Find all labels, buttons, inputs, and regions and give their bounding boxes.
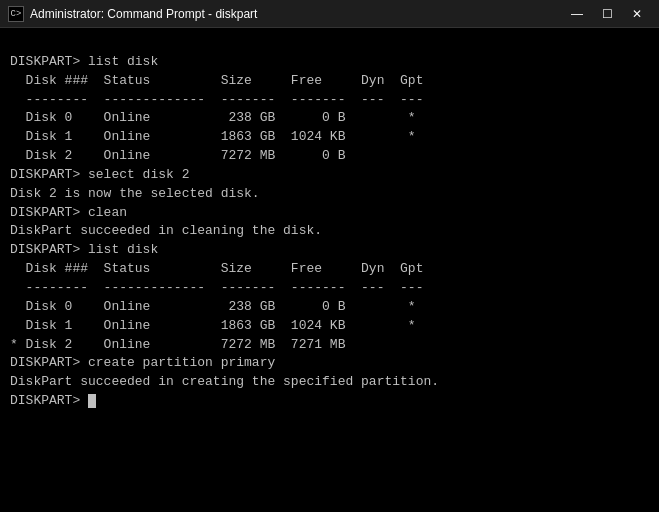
cursor (88, 394, 96, 408)
console-line: Disk 2 is now the selected disk. (10, 185, 649, 204)
console-line: DISKPART> list disk (10, 241, 649, 260)
console-line: -------- ------------- ------- ------- -… (10, 91, 649, 110)
console-area[interactable]: DISKPART> list disk Disk ### Status Size… (0, 28, 659, 512)
maximize-button[interactable]: ☐ (593, 3, 621, 25)
console-line: Disk 0 Online 238 GB 0 B * (10, 109, 649, 128)
console-line: DISKPART> create partition primary (10, 354, 649, 373)
console-line: Disk ### Status Size Free Dyn Gpt (10, 260, 649, 279)
app-icon: C> (8, 6, 24, 22)
console-line: -------- ------------- ------- ------- -… (10, 279, 649, 298)
console-line: DISKPART> clean (10, 204, 649, 223)
console-line: DISKPART> (10, 392, 649, 411)
console-line: Disk 1 Online 1863 GB 1024 KB * (10, 317, 649, 336)
console-line: DISKPART> list disk (10, 53, 649, 72)
minimize-button[interactable]: — (563, 3, 591, 25)
console-line: DISKPART> select disk 2 (10, 166, 649, 185)
console-line: DiskPart succeeded in creating the speci… (10, 373, 649, 392)
console-line: Disk 1 Online 1863 GB 1024 KB * (10, 128, 649, 147)
console-line: DiskPart succeeded in cleaning the disk. (10, 222, 649, 241)
console-line: Disk ### Status Size Free Dyn Gpt (10, 72, 649, 91)
title-bar: C> Administrator: Command Prompt - diskp… (0, 0, 659, 28)
window-title: Administrator: Command Prompt - diskpart (30, 7, 257, 21)
console-line: Disk 2 Online 7272 MB 0 B (10, 147, 649, 166)
close-button[interactable]: ✕ (623, 3, 651, 25)
console-line: Disk 0 Online 238 GB 0 B * (10, 298, 649, 317)
console-line: * Disk 2 Online 7272 MB 7271 MB (10, 336, 649, 355)
